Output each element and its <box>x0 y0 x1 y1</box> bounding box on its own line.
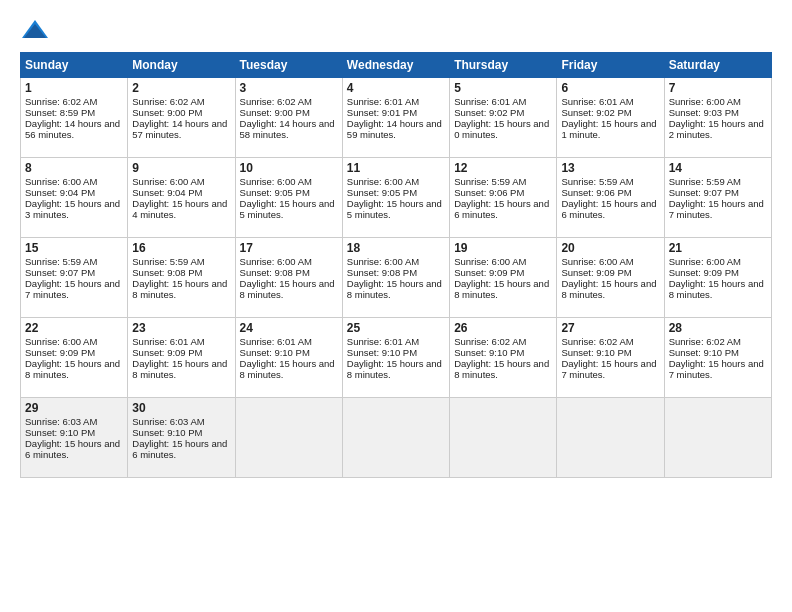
day-number: 26 <box>454 321 552 335</box>
daylight-label: Daylight: 15 hours and 2 minutes. <box>669 118 764 140</box>
calendar-cell <box>235 398 342 478</box>
sunrise-label: Sunrise: 6:02 AM <box>669 336 741 347</box>
day-number: 22 <box>25 321 123 335</box>
calendar-cell: 23Sunrise: 6:01 AMSunset: 9:09 PMDayligh… <box>128 318 235 398</box>
calendar-cell: 3Sunrise: 6:02 AMSunset: 9:00 PMDaylight… <box>235 78 342 158</box>
calendar-cell: 9Sunrise: 6:00 AMSunset: 9:04 PMDaylight… <box>128 158 235 238</box>
col-header-sunday: Sunday <box>21 53 128 78</box>
sunset-label: Sunset: 9:06 PM <box>561 187 631 198</box>
daylight-label: Daylight: 15 hours and 8 minutes. <box>240 358 335 380</box>
sunset-label: Sunset: 9:05 PM <box>347 187 417 198</box>
week-row-1: 1Sunrise: 6:02 AMSunset: 8:59 PMDaylight… <box>21 78 772 158</box>
calendar-cell: 7Sunrise: 6:00 AMSunset: 9:03 PMDaylight… <box>664 78 771 158</box>
header <box>20 18 772 42</box>
sunrise-label: Sunrise: 5:59 AM <box>132 256 204 267</box>
sunset-label: Sunset: 9:02 PM <box>454 107 524 118</box>
calendar-cell: 11Sunrise: 6:00 AMSunset: 9:05 PMDayligh… <box>342 158 449 238</box>
sunset-label: Sunset: 9:08 PM <box>347 267 417 278</box>
calendar-cell: 21Sunrise: 6:00 AMSunset: 9:09 PMDayligh… <box>664 238 771 318</box>
sunset-label: Sunset: 9:09 PM <box>25 347 95 358</box>
sunrise-label: Sunrise: 6:01 AM <box>454 96 526 107</box>
day-number: 30 <box>132 401 230 415</box>
col-header-tuesday: Tuesday <box>235 53 342 78</box>
day-number: 13 <box>561 161 659 175</box>
calendar-cell: 17Sunrise: 6:00 AMSunset: 9:08 PMDayligh… <box>235 238 342 318</box>
day-number: 17 <box>240 241 338 255</box>
daylight-label: Daylight: 15 hours and 8 minutes. <box>347 278 442 300</box>
sunrise-label: Sunrise: 6:00 AM <box>347 176 419 187</box>
calendar-table: SundayMondayTuesdayWednesdayThursdayFrid… <box>20 52 772 478</box>
sunset-label: Sunset: 9:07 PM <box>669 187 739 198</box>
calendar-cell: 12Sunrise: 5:59 AMSunset: 9:06 PMDayligh… <box>450 158 557 238</box>
daylight-label: Daylight: 15 hours and 8 minutes. <box>561 278 656 300</box>
sunset-label: Sunset: 9:08 PM <box>132 267 202 278</box>
calendar-cell: 8Sunrise: 6:00 AMSunset: 9:04 PMDaylight… <box>21 158 128 238</box>
daylight-label: Daylight: 15 hours and 7 minutes. <box>561 358 656 380</box>
calendar-cell: 15Sunrise: 5:59 AMSunset: 9:07 PMDayligh… <box>21 238 128 318</box>
sunset-label: Sunset: 9:06 PM <box>454 187 524 198</box>
sunset-label: Sunset: 9:10 PM <box>25 427 95 438</box>
daylight-label: Daylight: 14 hours and 56 minutes. <box>25 118 120 140</box>
daylight-label: Daylight: 15 hours and 5 minutes. <box>347 198 442 220</box>
sunrise-label: Sunrise: 6:00 AM <box>240 176 312 187</box>
day-number: 18 <box>347 241 445 255</box>
sunset-label: Sunset: 9:10 PM <box>240 347 310 358</box>
daylight-label: Daylight: 15 hours and 6 minutes. <box>25 438 120 460</box>
calendar-cell: 6Sunrise: 6:01 AMSunset: 9:02 PMDaylight… <box>557 78 664 158</box>
calendar-cell: 20Sunrise: 6:00 AMSunset: 9:09 PMDayligh… <box>557 238 664 318</box>
sunrise-label: Sunrise: 6:00 AM <box>25 336 97 347</box>
daylight-label: Daylight: 14 hours and 59 minutes. <box>347 118 442 140</box>
calendar-cell: 30Sunrise: 6:03 AMSunset: 9:10 PMDayligh… <box>128 398 235 478</box>
sunset-label: Sunset: 9:04 PM <box>132 187 202 198</box>
sunset-label: Sunset: 9:09 PM <box>132 347 202 358</box>
sunrise-label: Sunrise: 6:02 AM <box>454 336 526 347</box>
week-row-4: 22Sunrise: 6:00 AMSunset: 9:09 PMDayligh… <box>21 318 772 398</box>
calendar-cell: 13Sunrise: 5:59 AMSunset: 9:06 PMDayligh… <box>557 158 664 238</box>
sunset-label: Sunset: 9:10 PM <box>669 347 739 358</box>
day-number: 21 <box>669 241 767 255</box>
sunrise-label: Sunrise: 6:03 AM <box>25 416 97 427</box>
daylight-label: Daylight: 15 hours and 4 minutes. <box>132 198 227 220</box>
sunrise-label: Sunrise: 6:00 AM <box>347 256 419 267</box>
calendar-cell: 14Sunrise: 5:59 AMSunset: 9:07 PMDayligh… <box>664 158 771 238</box>
daylight-label: Daylight: 15 hours and 7 minutes. <box>25 278 120 300</box>
sunset-label: Sunset: 9:03 PM <box>669 107 739 118</box>
sunset-label: Sunset: 9:10 PM <box>132 427 202 438</box>
day-number: 19 <box>454 241 552 255</box>
sunset-label: Sunset: 9:00 PM <box>240 107 310 118</box>
daylight-label: Daylight: 15 hours and 7 minutes. <box>669 358 764 380</box>
daylight-label: Daylight: 15 hours and 8 minutes. <box>240 278 335 300</box>
logo <box>20 18 54 42</box>
day-number: 3 <box>240 81 338 95</box>
day-number: 24 <box>240 321 338 335</box>
daylight-label: Daylight: 14 hours and 57 minutes. <box>132 118 227 140</box>
sunrise-label: Sunrise: 5:59 AM <box>25 256 97 267</box>
daylight-label: Daylight: 15 hours and 8 minutes. <box>454 358 549 380</box>
day-number: 20 <box>561 241 659 255</box>
sunrise-label: Sunrise: 6:01 AM <box>240 336 312 347</box>
day-number: 29 <box>25 401 123 415</box>
day-number: 1 <box>25 81 123 95</box>
calendar-cell: 24Sunrise: 6:01 AMSunset: 9:10 PMDayligh… <box>235 318 342 398</box>
calendar-cell: 18Sunrise: 6:00 AMSunset: 9:08 PMDayligh… <box>342 238 449 318</box>
sunrise-label: Sunrise: 5:59 AM <box>669 176 741 187</box>
col-header-thursday: Thursday <box>450 53 557 78</box>
calendar-cell: 10Sunrise: 6:00 AMSunset: 9:05 PMDayligh… <box>235 158 342 238</box>
daylight-label: Daylight: 15 hours and 5 minutes. <box>240 198 335 220</box>
col-header-friday: Friday <box>557 53 664 78</box>
sunset-label: Sunset: 9:09 PM <box>669 267 739 278</box>
calendar-cell: 16Sunrise: 5:59 AMSunset: 9:08 PMDayligh… <box>128 238 235 318</box>
daylight-label: Daylight: 15 hours and 8 minutes. <box>454 278 549 300</box>
sunset-label: Sunset: 8:59 PM <box>25 107 95 118</box>
sunrise-label: Sunrise: 6:01 AM <box>561 96 633 107</box>
sunrise-label: Sunrise: 6:00 AM <box>454 256 526 267</box>
sunrise-label: Sunrise: 6:01 AM <box>132 336 204 347</box>
day-number: 12 <box>454 161 552 175</box>
calendar-cell: 27Sunrise: 6:02 AMSunset: 9:10 PMDayligh… <box>557 318 664 398</box>
day-number: 5 <box>454 81 552 95</box>
sunset-label: Sunset: 9:01 PM <box>347 107 417 118</box>
col-header-saturday: Saturday <box>664 53 771 78</box>
page: SundayMondayTuesdayWednesdayThursdayFrid… <box>0 0 792 612</box>
calendar-cell: 2Sunrise: 6:02 AMSunset: 9:00 PMDaylight… <box>128 78 235 158</box>
daylight-label: Daylight: 15 hours and 6 minutes. <box>132 438 227 460</box>
